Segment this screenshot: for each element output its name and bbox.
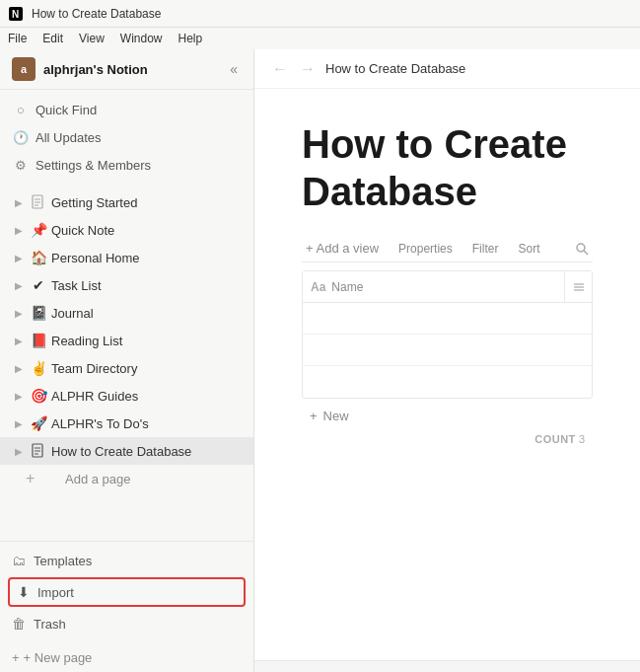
trash-icon: 🗑 <box>12 616 26 632</box>
breadcrumb: How to Create Database <box>325 61 465 76</box>
sidebar-item-settings[interactable]: ⚙ Settings & Members <box>0 151 253 179</box>
db-table: Aa Name <box>302 270 593 399</box>
add-row-label: New <box>323 409 349 423</box>
menu-bar: File Edit View Window Help <box>0 28 640 49</box>
page-emoji: 📕 <box>30 332 47 349</box>
page-label: Journal <box>51 306 94 321</box>
templates-button[interactable]: 🗂 Templates <box>0 546 253 575</box>
plus-icon: + <box>12 650 20 665</box>
chevron-icon: ▶ <box>12 416 26 430</box>
db-col-options-button[interactable] <box>564 271 592 302</box>
quick-find-label: Quick Find <box>36 103 97 117</box>
svg-line-11 <box>584 251 588 255</box>
page-item-team-directory[interactable]: ▶ ✌ Team Directory <box>0 354 253 382</box>
workspace-header[interactable]: a alphrjan's Notion « <box>0 49 253 90</box>
sidebar-item-quick-find[interactable]: ○ Quick Find <box>0 96 253 123</box>
doc-icon <box>30 193 47 211</box>
db-header-row: Aa Name <box>303 271 592 303</box>
svg-text:N: N <box>12 9 19 20</box>
page-label: Getting Started <box>51 195 137 210</box>
plus-icon: + <box>26 470 39 487</box>
page-item-alphr-guides[interactable]: ▶ 🎯 ALPHR Guides <box>0 382 253 410</box>
import-button[interactable]: ⬇ Import <box>8 577 246 607</box>
text-type-icon: Aa <box>311 280 325 294</box>
sidebar-footer: 🗂 Templates ⬇ Import 🗑 Trash <box>0 541 253 642</box>
chevron-icon: ▶ <box>12 195 26 209</box>
page-item-journal[interactable]: ▶ 📓 Journal <box>0 299 253 327</box>
page-item-getting-started[interactable]: ▶ Getting Started <box>0 188 253 216</box>
svg-point-10 <box>577 244 585 252</box>
chevron-icon: ▶ <box>12 334 26 347</box>
table-row[interactable] <box>303 303 592 335</box>
sidebar-nav: ○ Quick Find 🕐 All Updates ⚙ Settings & … <box>0 90 253 185</box>
page-label: Team Directory <box>51 361 137 376</box>
page-emoji: ✔ <box>30 276 47 294</box>
page-label: Quick Note <box>51 223 114 238</box>
back-button[interactable]: ← <box>270 58 290 80</box>
properties-button[interactable]: Properties <box>394 240 457 258</box>
menu-window[interactable]: Window <box>120 32 163 45</box>
page-label: Task List <box>51 278 102 293</box>
chevron-icon: ▶ <box>12 361 26 375</box>
templates-label: Templates <box>34 554 92 568</box>
templates-icon: 🗂 <box>12 553 26 568</box>
col-name-label: Name <box>331 280 363 294</box>
workspace-avatar: a <box>12 57 36 81</box>
trash-label: Trash <box>34 617 66 632</box>
doc-icon <box>30 442 47 460</box>
sidebar: a alphrjan's Notion « ○ Quick Find 🕐 All… <box>0 49 254 672</box>
page-emoji: 🏠 <box>30 249 47 266</box>
page-label: Personal Home <box>51 251 140 265</box>
page-item-how-to-create-db[interactable]: ▶ How to Create Database <box>0 437 253 465</box>
page-item-reading-list[interactable]: ▶ 📕 Reading List <box>0 327 253 354</box>
horizontal-scrollbar[interactable] <box>254 660 640 672</box>
collapse-sidebar-button[interactable]: « <box>226 59 242 79</box>
table-row[interactable] <box>303 335 592 366</box>
chevron-icon: ▶ <box>12 223 26 237</box>
db-col-name: Aa Name <box>303 280 564 294</box>
chevron-icon: ▶ <box>12 306 26 320</box>
page-item-personal-home[interactable]: ▶ 🏠 Personal Home <box>0 244 253 271</box>
new-page-label: + New page <box>24 650 93 665</box>
chevron-icon: ▶ <box>12 278 26 292</box>
add-row-button[interactable]: + New <box>302 403 593 429</box>
content-area: How to Create Database + Add a view Prop… <box>254 89 640 660</box>
add-page-label: Add a page <box>65 472 131 486</box>
menu-help[interactable]: Help <box>178 32 203 45</box>
chevron-icon: ▶ <box>12 389 26 403</box>
search-icon: ○ <box>12 101 30 118</box>
filter-button[interactable]: Filter <box>468 240 503 258</box>
page-title: How to Create Database <box>302 120 593 215</box>
add-view-button[interactable]: + Add a view <box>302 239 383 258</box>
gear-icon: ⚙ <box>12 156 30 174</box>
table-row[interactable] <box>303 366 592 398</box>
add-page-button[interactable]: + Add a page <box>0 465 253 492</box>
db-count: COUNT 3 <box>302 429 593 449</box>
new-page-button[interactable]: + + New page <box>0 642 253 672</box>
menu-edit[interactable]: Edit <box>42 32 63 45</box>
import-icon: ⬇ <box>18 584 30 600</box>
page-item-task-list[interactable]: ▶ ✔ Task List <box>0 271 253 299</box>
menu-file[interactable]: File <box>8 32 27 45</box>
chevron-icon: ▶ <box>12 444 26 458</box>
page-item-quick-note[interactable]: ▶ 📌 Quick Note <box>0 216 253 244</box>
import-label: Import <box>37 585 74 600</box>
sidebar-item-all-updates[interactable]: 🕐 All Updates <box>0 123 253 151</box>
title-bar: N How to Create Database <box>0 0 640 28</box>
app-icon: N <box>8 6 24 22</box>
menu-view[interactable]: View <box>79 32 105 45</box>
options-icon <box>572 280 586 294</box>
forward-button[interactable]: → <box>298 58 318 80</box>
clock-icon: 🕐 <box>12 128 30 146</box>
page-label: How to Create Database <box>51 444 191 459</box>
settings-label: Settings & Members <box>36 158 151 173</box>
app-body: a alphrjan's Notion « ○ Quick Find 🕐 All… <box>0 49 640 672</box>
sort-button[interactable]: Sort <box>514 240 543 258</box>
page-item-alphr-todos[interactable]: ▶ 🚀 ALPHR's To Do's <box>0 410 253 437</box>
sidebar-pages: ▶ Getting Started ▶ 📌 Quick Note <box>0 185 253 541</box>
page-emoji: 📓 <box>30 304 47 322</box>
chevron-icon: ▶ <box>12 251 26 264</box>
search-button[interactable] <box>571 240 593 258</box>
trash-button[interactable]: 🗑 Trash <box>0 609 253 638</box>
count-value: 3 <box>579 433 585 445</box>
